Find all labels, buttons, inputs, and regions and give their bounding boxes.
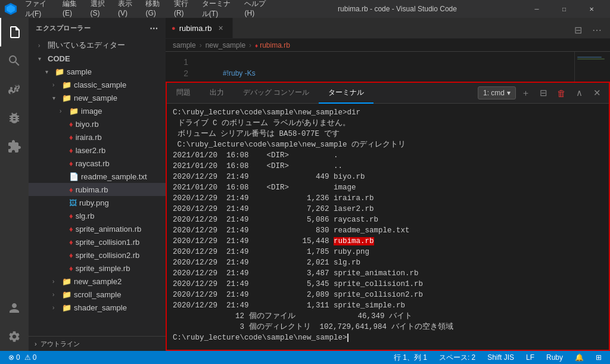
menu-run[interactable]: 実行(R) [169, 0, 196, 20]
main-layout: エクスプローラー ⋯ › 開いているエディター ▾ CODE ▾ 📁 sampl… [0, 18, 610, 351]
close-tab-icon[interactable]: × [216, 23, 226, 33]
maximize-panel-button[interactable]: ∧ [571, 85, 587, 101]
status-notifications[interactable]: 🔔 [571, 351, 587, 364]
sidebar-item-sample[interactable]: ▾ 📁 sample [29, 65, 166, 78]
sidebar-section-code[interactable]: ▾ CODE [29, 52, 166, 65]
ruby-file-icon: ♦ [69, 185, 73, 194]
ruby-file-icon: ♦ [69, 211, 73, 220]
menu-go[interactable]: 移動(G) [141, 0, 167, 20]
txt-file-icon: 📄 [69, 172, 79, 181]
activity-extensions[interactable] [0, 132, 29, 161]
titlebar: ファイル(F) 編集(E) 選択(S) 表示(V) 移動(G) 実行(R) ター… [0, 0, 610, 18]
file-biyo-label: biyo.rb [76, 120, 99, 129]
chevron-down-icon: ▾ [45, 69, 52, 75]
chevron-icon: › [60, 108, 67, 114]
split-editor-button[interactable]: ⊟ [569, 21, 586, 38]
sidebar-item-new-sample[interactable]: ▾ 📁 new_sample [29, 91, 166, 104]
status-encoding[interactable]: Shift JIS [484, 351, 518, 364]
delete-terminal-button[interactable]: 🗑 [553, 85, 569, 101]
close-panel-button[interactable]: ✕ [589, 85, 605, 101]
menu-view[interactable]: 表示(V) [113, 0, 139, 20]
panel-tab-problems[interactable]: 問題 [167, 83, 200, 104]
menu-help[interactable]: ヘルプ(H) [239, 0, 272, 20]
breadcrumb-new-sample[interactable]: new_sample [206, 41, 245, 49]
activity-search[interactable] [0, 46, 29, 75]
terminal-content[interactable]: C:\ruby_lecture\code\sample\new_sample>d… [167, 104, 609, 350]
sidebar-item-sprite-animation[interactable]: › ♦ sprite_animation.rb [29, 222, 166, 235]
file-rubima-label: rubima.rb [76, 185, 108, 194]
file-laser2-label: laser2.rb [76, 146, 106, 155]
activity-account[interactable] [0, 294, 29, 322]
menu-terminal[interactable]: ターミナル(T) [197, 0, 239, 20]
activity-debug[interactable] [0, 104, 29, 132]
sidebar-section-open-editors[interactable]: › 開いているエディター [29, 39, 166, 52]
sidebar-item-readme[interactable]: › 📄 readme_sample.txt [29, 170, 166, 183]
new-file-icon[interactable]: ⋯ [149, 24, 158, 33]
error-count: 0 [16, 353, 20, 362]
close-button[interactable]: ✕ [578, 0, 605, 18]
file-readme-label: readme_sample.txt [81, 172, 147, 181]
status-language[interactable]: Ruby [543, 351, 567, 364]
sidebar-item-classic-sample[interactable]: › 📁 classic_sample [29, 78, 166, 91]
chevron-icon: › [35, 340, 37, 347]
sidebar-item-slg[interactable]: › ♦ slg.rb [29, 209, 166, 222]
menu-file[interactable]: ファイル(F) [20, 0, 57, 20]
encoding-text: Shift JIS [487, 353, 514, 362]
term-line-14: 2020/12/29 21:49 15,448 rubima.rb [173, 236, 603, 247]
breadcrumb-sample[interactable]: sample [173, 41, 196, 49]
bell-icon: 🔔 [575, 353, 584, 362]
status-errors[interactable]: ⊗ 0 ⚠ 0 [5, 351, 40, 364]
language-text: Ruby [546, 353, 563, 362]
sidebar-item-image[interactable]: › 📁 image [29, 104, 166, 117]
ruby-file-icon: ♦ [69, 146, 73, 155]
warning-icon: ⚠ [24, 353, 31, 362]
file-sprite-collision2-label: sprite_collision2.rb [76, 251, 140, 260]
breadcrumb-rubima[interactable]: ♦rubima.rb [255, 41, 290, 49]
panel: 問題 出力 デバッグ コンソール ターミナル 1: cmd ▾ ＋ ⊟ 🗑 ∧ … [166, 82, 610, 351]
term-line-2: ボリューム シリアル番号は BA58-077E です [173, 129, 603, 139]
sidebar-item-rubima[interactable]: › ♦ rubima.rb [29, 183, 166, 196]
editor-panel-container: 1 2 #!ruby -Ks # るびまサンプルゲーム [166, 52, 610, 351]
activity-settings[interactable] [0, 322, 29, 351]
panel-tab-terminal[interactable]: ターミナル [319, 83, 374, 104]
more-actions-button[interactable]: ⋯ [589, 21, 605, 38]
menu-select[interactable]: 選択(S) [86, 0, 112, 20]
minimize-button[interactable]: ─ [523, 0, 550, 18]
sidebar-item-raycast[interactable]: › ♦ raycast.rb [29, 157, 166, 170]
code-content[interactable]: #!ruby -Ks # るびまサンプルゲーム [194, 52, 574, 82]
sidebar-item-laser2[interactable]: › ♦ laser2.rb [29, 144, 166, 157]
term-line-16: 2020/12/29 21:49 2,021 slg.rb [173, 257, 603, 268]
activity-explorer[interactable] [0, 18, 29, 46]
sidebar-item-scroll-sample[interactable]: › 📁 scroll_sample [29, 288, 166, 301]
file-slg-label: slg.rb [76, 211, 95, 220]
panel-tab-output[interactable]: 出力 [200, 83, 234, 104]
ruby-file-icon: ♦ [69, 120, 73, 129]
status-line-col[interactable]: 行 1、列 1 [390, 351, 431, 364]
sidebar-header: エクスプローラー ⋯ [29, 18, 166, 39]
term-line-8: 2020/12/29 21:49 449 biyo.rb [173, 172, 603, 182]
ruby-file-icon: ♦ [69, 238, 73, 247]
sidebar-item-biyo[interactable]: › ♦ biyo.rb [29, 117, 166, 130]
status-line-ending[interactable]: LF [522, 351, 538, 364]
menu-edit[interactable]: 編集(E) [58, 0, 84, 20]
sidebar-item-sprite-collision1[interactable]: › ♦ sprite_collision1.rb [29, 235, 166, 248]
sidebar-item-iraira[interactable]: › ♦ iraira.rb [29, 130, 166, 144]
ruby-breadcrumb-icon: ♦ [255, 42, 258, 49]
split-terminal-button[interactable]: ⊟ [535, 85, 552, 101]
sidebar-outline-section[interactable]: › アウトライン [29, 336, 166, 351]
sidebar-item-shader-sample[interactable]: › 📁 shader_sample [29, 301, 166, 314]
terminal-dropdown[interactable]: 1: cmd ▾ [478, 86, 516, 99]
activity-source-control[interactable] [0, 75, 29, 104]
sidebar-item-new-sample2[interactable]: › 📁 new_sample2 [29, 275, 166, 288]
sidebar-item-sprite-simple[interactable]: › ♦ sprite_simple.rb [29, 262, 166, 275]
status-layout[interactable]: ⊞ [592, 351, 605, 364]
status-spaces[interactable]: スペース: 2 [435, 351, 479, 364]
ruby-file-icon: ♦ [69, 225, 73, 234]
sidebar-item-sprite-collision2[interactable]: › ♦ sprite_collision2.rb [29, 248, 166, 262]
sidebar-item-ruby-png[interactable]: › 🖼 ruby.png [29, 196, 166, 209]
add-terminal-button[interactable]: ＋ [517, 85, 534, 101]
tab-rubima[interactable]: ● rubima.rb × [166, 18, 233, 38]
file-sprite-collision1-label: sprite_collision1.rb [76, 238, 140, 247]
maximize-button[interactable]: □ [550, 0, 578, 18]
panel-tab-debug-console[interactable]: デバッグ コンソール [234, 83, 319, 104]
